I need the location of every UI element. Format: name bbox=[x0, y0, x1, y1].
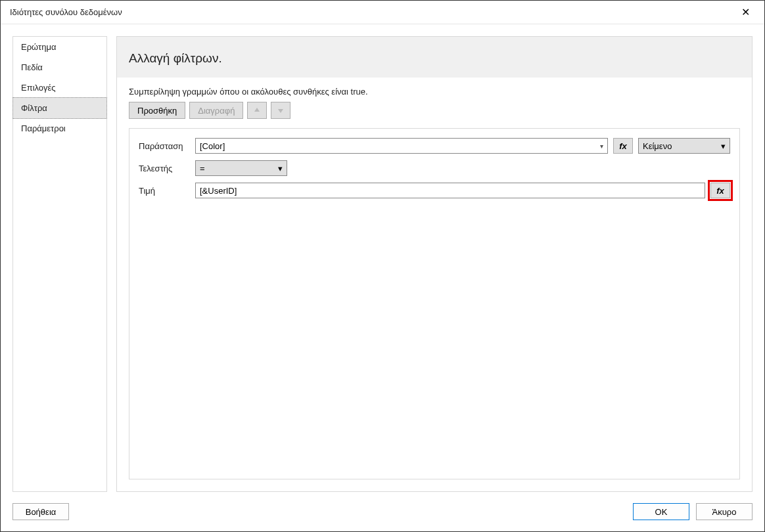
sidebar-item-fields[interactable]: Πεδία bbox=[13, 57, 106, 78]
page-title: Αλλαγή φίλτρων. bbox=[117, 37, 752, 78]
add-button[interactable]: Προσθήκη bbox=[129, 102, 185, 119]
sidebar: Ερώτημα Πεδία Επιλογές Φίλτρα Παράμετροι bbox=[12, 36, 107, 492]
value-label: Τιμή bbox=[139, 186, 190, 196]
chevron-down-icon: ▾ bbox=[721, 141, 726, 151]
type-value: Κείμενο bbox=[643, 141, 672, 151]
instruction-text: Συμπερίληψη γραμμών όπου οι ακόλουθες συ… bbox=[129, 87, 740, 97]
expression-value: [Color] bbox=[200, 141, 225, 151]
content-panel: Αλλαγή φίλτρων. Συμπερίληψη γραμμών όπου… bbox=[116, 36, 753, 492]
sidebar-item-query[interactable]: Ερώτημα bbox=[13, 37, 106, 57]
value-input[interactable] bbox=[195, 183, 705, 198]
help-button[interactable]: Βοήθεια bbox=[12, 503, 69, 520]
cancel-button[interactable]: Άκυρο bbox=[696, 503, 753, 520]
type-select[interactable]: Κείμενο ▾ bbox=[638, 138, 730, 154]
footer-right: OK Άκυρο bbox=[633, 503, 753, 520]
footer: Βοήθεια OK Άκυρο bbox=[1, 492, 764, 531]
expression-row: Παράσταση [Color] ▾ fx Κείμενο ▾ bbox=[139, 138, 730, 154]
value-fx-button[interactable]: fx bbox=[710, 183, 730, 198]
operator-value: = bbox=[200, 164, 205, 173]
sidebar-item-options[interactable]: Επιλογές bbox=[13, 78, 106, 98]
toolbar: Προσθήκη Διαγραφή bbox=[129, 102, 740, 119]
dialog-body: Ερώτημα Πεδία Επιλογές Φίλτρα Παράμετροι… bbox=[1, 24, 764, 492]
move-up-button[interactable] bbox=[247, 102, 267, 119]
sidebar-item-parameters[interactable]: Παράμετροι bbox=[13, 118, 106, 139]
expression-label: Παράσταση bbox=[139, 141, 190, 151]
move-down-button[interactable] bbox=[271, 102, 290, 119]
arrow-down-icon bbox=[277, 106, 285, 114]
ok-button[interactable]: OK bbox=[633, 503, 689, 520]
value-row: Τιμή fx bbox=[139, 183, 730, 198]
operator-label: Τελεστής bbox=[139, 164, 190, 173]
operator-select[interactable]: = ▾ bbox=[195, 160, 287, 176]
dialog-window: Ιδιότητες συνόλου δεδομένων ✕ Ερώτημα Πε… bbox=[0, 0, 765, 532]
chevron-down-icon: ▾ bbox=[596, 143, 603, 150]
expression-fx-button[interactable]: fx bbox=[613, 138, 633, 154]
delete-button[interactable]: Διαγραφή bbox=[189, 102, 243, 119]
arrow-up-icon bbox=[253, 106, 261, 114]
content-body: Συμπερίληψη γραμμών όπου οι ακόλουθες συ… bbox=[117, 78, 752, 491]
fx-icon: fx bbox=[619, 141, 627, 151]
expression-combo[interactable]: [Color] ▾ bbox=[195, 138, 608, 154]
sidebar-item-filters[interactable]: Φίλτρα bbox=[12, 97, 107, 119]
window-title: Ιδιότητες συνόλου δεδομένων bbox=[10, 7, 122, 17]
fx-icon: fx bbox=[716, 186, 724, 196]
titlebar: Ιδιότητες συνόλου δεδομένων ✕ bbox=[1, 1, 764, 24]
close-icon[interactable]: ✕ bbox=[736, 3, 755, 21]
chevron-down-icon: ▾ bbox=[278, 164, 283, 173]
operator-row: Τελεστής = ▾ bbox=[139, 160, 730, 176]
filter-container: Παράσταση [Color] ▾ fx Κείμενο ▾ bbox=[129, 128, 740, 479]
